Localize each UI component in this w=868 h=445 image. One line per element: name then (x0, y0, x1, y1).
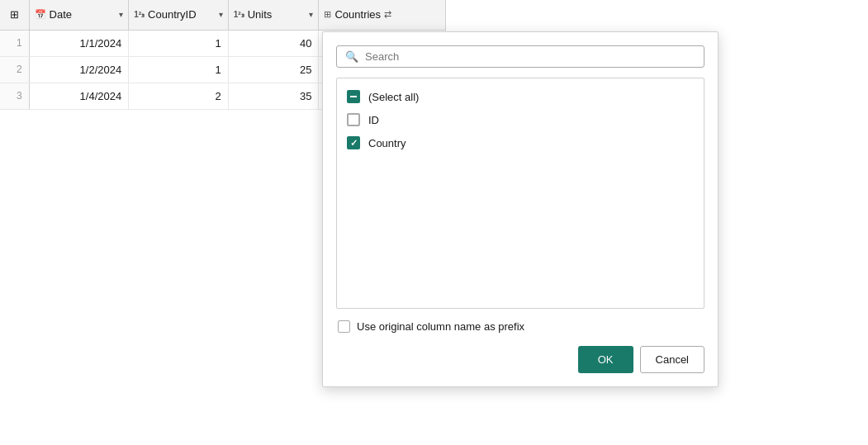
prefix-label: Use original column name as prefix (357, 320, 524, 333)
column-item-id[interactable]: ID (337, 108, 704, 131)
units-cell-2: 25 (228, 56, 319, 83)
countryid-column-label: CountryID (148, 8, 197, 21)
date-column-label: Date (50, 8, 72, 21)
units-column-header[interactable]: 1²₃ Units ▾ (228, 0, 319, 30)
date-cell-2: 1/2/2024 (29, 56, 129, 83)
countries-column-header[interactable]: ⊞ Countries ⇄ (319, 0, 446, 30)
units-column-label: Units (248, 8, 273, 21)
countryid-cell-2: 1 (129, 56, 229, 83)
ok-button[interactable]: OK (578, 346, 633, 373)
checkbox-country[interactable] (347, 136, 360, 149)
column-item-select-all[interactable]: (Select all) (337, 85, 704, 108)
countryid-dropdown-arrow[interactable]: ▾ (219, 10, 223, 19)
row-num-1: 1 (0, 30, 29, 56)
date-cell-3: 1/4/2024 (29, 83, 129, 109)
units-cell-1: 40 (228, 30, 319, 56)
units-cell-3: 35 (228, 83, 319, 109)
units-dropdown-arrow[interactable]: ▾ (309, 10, 313, 19)
cancel-button[interactable]: Cancel (640, 346, 704, 373)
date-type-icon: 📅 (35, 9, 46, 20)
search-input[interactable] (365, 50, 695, 63)
columns-list: (Select all) ID Country (336, 78, 704, 309)
checkbox-select-all[interactable] (347, 90, 360, 103)
row-num-2: 2 (0, 56, 29, 83)
button-row: OK Cancel (336, 346, 704, 373)
search-box[interactable]: 🔍 (336, 45, 704, 68)
search-icon: 🔍 (345, 50, 358, 63)
grid-icon: ⊞ (10, 8, 19, 21)
date-cell-1: 1/1/2024 (29, 30, 129, 56)
date-column-header[interactable]: 📅 Date ▾ (29, 0, 129, 30)
units-type-icon: 1²₃ (234, 10, 244, 19)
row-num-3: 3 (0, 83, 29, 109)
countryid-type-icon: 1²₃ (134, 10, 145, 19)
countryid-cell-3: 2 (129, 83, 229, 109)
row-number-header: ⊞ (0, 0, 29, 30)
countryid-cell-1: 1 (129, 30, 229, 56)
column-label-select-all: (Select all) (368, 91, 419, 103)
table-container: ⊞ 📅 Date ▾ 1²₃ CountryID ▾ (0, 0, 868, 445)
checkbox-id[interactable] (347, 113, 360, 126)
countries-type-icon: ⊞ (324, 9, 331, 20)
column-label-id: ID (368, 114, 379, 126)
prefix-checkbox[interactable] (338, 320, 350, 333)
column-item-country[interactable]: Country (337, 131, 704, 154)
date-dropdown-arrow[interactable]: ▾ (119, 10, 123, 19)
prefix-row: Use original column name as prefix (336, 320, 704, 333)
column-label-country: Country (368, 137, 406, 149)
countries-expand-icon[interactable]: ⇄ (384, 9, 391, 20)
countryid-column-header[interactable]: 1²₃ CountryID ▾ (129, 0, 229, 30)
countries-column-label: Countries (334, 8, 381, 21)
expand-columns-popup: 🔍 (Select all) ID Country Use original c… (322, 31, 719, 387)
